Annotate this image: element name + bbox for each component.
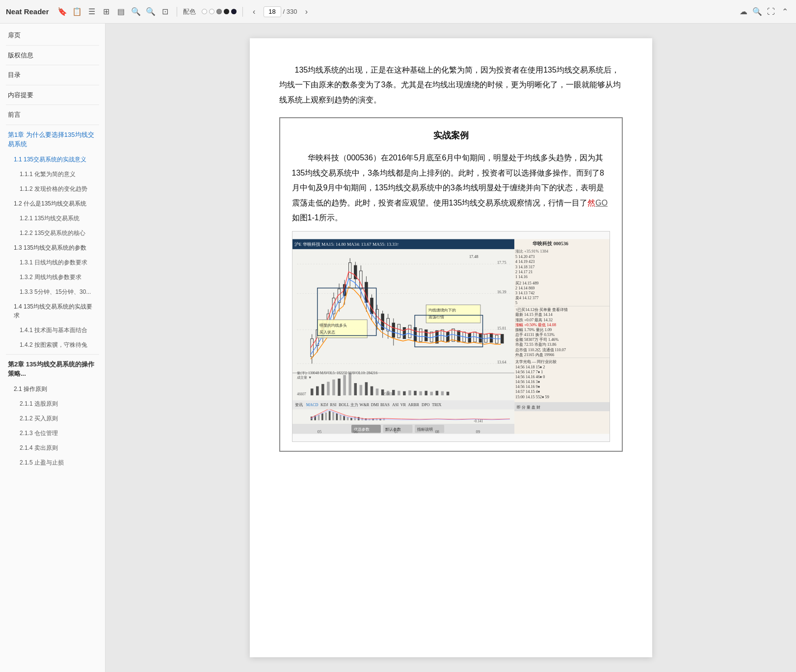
svg-rect-139: [392, 390, 395, 395]
sidebar-item-s1-2-2[interactable]: 1.2.2 135交易系统的核心: [0, 226, 105, 240]
sidebar-item-s2-1-4[interactable]: 2.1.4 卖出原则: [0, 440, 105, 455]
svg-rect-104: [446, 332, 449, 342]
sidebar-item-s1-3-1[interactable]: 1.3.1 日线均线的参数要求: [0, 255, 105, 270]
collapse-icon[interactable]: ⌃: [779, 6, 790, 17]
svg-text:06: 06: [353, 430, 357, 434]
svg-text:14:56   14.18      15♦  2: 14:56 14.18 15♦ 2: [515, 365, 545, 369]
svg-text:涨比      +35.91%      1384: 涨比 +35.91% 1384: [515, 250, 549, 254]
svg-rect-96: [403, 328, 406, 339]
copy-icon[interactable]: 📋: [72, 6, 82, 17]
sidebar-item-s1-4-1[interactable]: 1.4.1 技术面与基本面结合: [0, 323, 105, 337]
sidebar-item-s1-3-3[interactable]: 1.3.3 5分钟、15分钟、30...: [0, 284, 105, 299]
svg-text:ASI: ASI: [392, 403, 399, 407]
page-input[interactable]: [264, 6, 281, 17]
search-right-icon[interactable]: 🔍: [752, 6, 763, 17]
svg-text:1    14.16: 1 14.16: [515, 275, 528, 279]
grid-icon[interactable]: ⊞: [101, 6, 112, 17]
svg-rect-124: [310, 388, 313, 395]
sidebar-item-ch2[interactable]: 第2章 135均线交易系统的操作策略...: [0, 357, 105, 382]
svg-rect-100: [425, 330, 427, 341]
svg-text:14:56   14.16      46♦  0: 14:56 14.16 46♦ 0: [515, 375, 545, 379]
fullscreen-icon[interactable]: ⛶: [766, 6, 776, 17]
fit-page-icon[interactable]: ⊡: [160, 6, 171, 17]
sidebar-item-s1-3-2[interactable]: 1.3.2 周线均线参数要求: [0, 270, 105, 284]
sidebar-item-s1-1-1[interactable]: 1.1.1 化繁为简的意义: [0, 167, 105, 181]
search2-icon[interactable]: 🔍: [145, 6, 156, 17]
sidebar-item-toc[interactable]: 目录: [0, 67, 105, 83]
sidebar-item-s2-1-1[interactable]: 2.1.1 选股原则: [0, 396, 105, 411]
svg-text:2   14.14         869: 2 14.14 869: [515, 286, 534, 290]
svg-text:总市值   110.2亿 流通值  110.07: 总市值 110.2亿 流通值 110.07: [515, 348, 566, 352]
svg-text:15.01: 15.01: [497, 326, 506, 331]
svg-rect-166: [346, 417, 348, 420]
sidebar-item-s1-2[interactable]: 1.2 什么是135均线交易系统: [0, 196, 105, 211]
svg-text:14:56   14.16       9♦: 14:56 14.16 9♦: [515, 385, 540, 389]
sidebar-item-s1-4-2[interactable]: 1.4.2 按图索骥，守株待兔: [0, 337, 105, 352]
prev-page-icon[interactable]: ‹: [249, 6, 260, 17]
color-gray[interactable]: [216, 9, 222, 14]
sidebar-item-s1-2-1[interactable]: 1.2.1 135均线交易系统: [0, 211, 105, 226]
svg-text:量(手): 130048  MAVOL5: 182232  : 量(手): 130048 MAVOL5: 182232 MAVOL10: 284…: [297, 371, 377, 375]
svg-text:华映科技 000536: 华映科技 000536: [532, 241, 568, 247]
svg-text:DMI: DMI: [371, 403, 378, 407]
next-page-icon[interactable]: ›: [301, 6, 312, 17]
svg-text:资讯: 资讯: [294, 403, 302, 407]
svg-rect-132: [354, 383, 357, 395]
color-label: 配色: [183, 7, 196, 16]
svg-text:涨幅    +0.50%  最低   14.08: 涨幅 +0.50% 最低 14.08: [515, 323, 556, 327]
sidebar-item-cover[interactable]: 扉页: [0, 27, 105, 43]
sidebar-item-s1-1[interactable]: 1.1 135交易系统的实战意义: [0, 152, 105, 167]
color-dark[interactable]: [231, 9, 237, 14]
svg-rect-146: [430, 392, 433, 395]
sidebar-item-copyright[interactable]: 版权信息: [0, 48, 105, 63]
color-white[interactable]: [202, 9, 207, 14]
svg-text:KDJ: KDJ: [320, 403, 328, 407]
cloud-icon[interactable]: ☁: [738, 6, 749, 17]
sidebar-item-s2-1[interactable]: 2.1 操作原则: [0, 382, 105, 396]
svg-rect-128: [332, 380, 335, 395]
sidebar-item-s1-3[interactable]: 1.3 135均线交易系统的参数: [0, 240, 105, 255]
paragraph2: 华映科技（000536）在2016年5月底至6月中旬期间，明显处于均线多头趋势，…: [292, 151, 610, 225]
color-white2[interactable]: [209, 9, 214, 14]
list-icon[interactable]: ▤: [116, 6, 127, 17]
svg-rect-77: [365, 283, 368, 303]
color-black[interactable]: [224, 9, 229, 14]
svg-rect-149: [446, 392, 449, 395]
sidebar-item-s2-1-3[interactable]: 2.1.3 仓位管理: [0, 426, 105, 440]
svg-text:成交量 ▼: 成交量 ▼: [297, 375, 312, 380]
bookmark-icon[interactable]: 🔖: [57, 6, 68, 17]
toolbar: Neat Reader 🔖 📋 ☰ ⊞ ▤ 🔍 🔍 ⊡ 配色 ‹ / 330 ›…: [0, 0, 796, 24]
color-dots: [202, 9, 237, 14]
case-box: 实战案例 华映科技（000536）在2016年5月底至6月中旬期间，明显处于均线…: [279, 117, 623, 452]
sidebar-item-ch1[interactable]: 第1章 为什么要选择135均线交易系统: [0, 127, 105, 152]
highlight-ran: 然: [587, 199, 595, 207]
sidebar-item-s2-1-2[interactable]: 2.1.2 买入原则: [0, 411, 105, 426]
sidebar-sep6: [6, 354, 99, 355]
svg-text:17.48: 17.48: [469, 255, 478, 259]
svg-text:太学光电    —  同行业比较: 太学光电 — 同行业比较: [515, 360, 557, 364]
sidebar: 扉页 版权信息 目录 内容提要 前言 第1章 为什么要选择135均线交易系统 1…: [0, 24, 106, 672]
svg-text:↑已买14.12份  买单量  查看详情: ↑已买14.12份 买单量 查看详情: [515, 308, 568, 312]
svg-rect-164: [339, 415, 341, 420]
svg-text:05: 05: [317, 430, 321, 434]
svg-rect-129: [338, 379, 341, 396]
sidebar-item-s1-1-2[interactable]: 1.1.2 发现价格的变化趋势: [0, 181, 105, 196]
toolbar-right: ☁ 🔍 ⛶ ⌃: [738, 6, 790, 17]
sidebar-item-s2-1-5[interactable]: 2.1.5 止盈与止损: [0, 455, 105, 470]
svg-rect-162: [332, 412, 334, 420]
sidebar-item-preface[interactable]: 前言: [0, 107, 105, 123]
svg-text:振幅    1.70%  量比    1.09: 振幅 1.70% 量比 1.09: [515, 328, 552, 332]
svg-rect-115: [426, 305, 480, 323]
svg-text:2    14.17          21: 2 14.17 21: [515, 270, 532, 274]
sidebar-item-s1-4[interactable]: 1.4 135均线交易系统的实战要求: [0, 299, 105, 323]
content-area[interactable]: 135均线系统的出现，正是在这种基础上的化繁为简，因为投资者在使用135均线交易…: [106, 24, 796, 672]
sidebar-item-summary[interactable]: 内容提要: [0, 87, 105, 103]
chart-placeholder: 沪E 华映科技 MA15: 14.80 MA34: 13.67 MA55: 13…: [292, 231, 610, 442]
svg-text:总手    41131  换手    0.53%: 总手 41131 换手 0.53%: [515, 333, 555, 337]
svg-text:4    14.19         423: 4 14.19 423: [515, 260, 534, 264]
svg-rect-127: [327, 382, 330, 396]
svg-text:MACD: MACD: [306, 403, 318, 407]
menu-icon[interactable]: ☰: [86, 6, 97, 17]
search-icon[interactable]: 🔍: [131, 6, 141, 17]
svg-text:沪E 华映科技 MA15: 14.80  MA34: 13.: 沪E 华映科技 MA15: 14.80 MA34: 13.67 MA55: 13…: [294, 242, 399, 247]
